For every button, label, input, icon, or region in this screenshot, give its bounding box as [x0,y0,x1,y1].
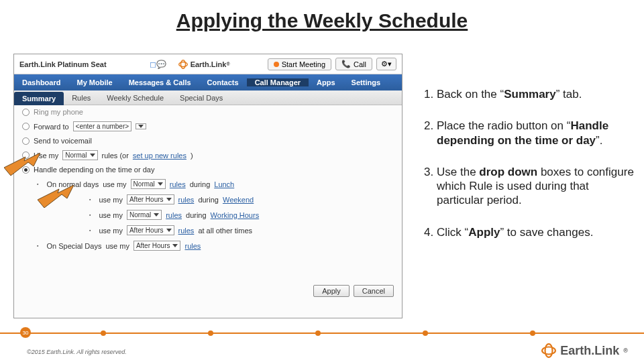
tab-apps[interactable]: Apps [309,78,343,86]
cancel-button[interactable]: Cancel [354,285,394,297]
opt-handle-label: Handle depending on the time or day [34,166,154,174]
radio-voicemail[interactable] [22,137,30,145]
apply-button[interactable]: Apply [313,285,350,297]
page-number: 30 [20,327,31,338]
instruction-step: Back on the “Summary” tab. [437,87,634,101]
chevron-down-icon [90,154,95,157]
rule-select-2[interactable]: After Hours [127,194,174,204]
rule-select-3[interactable]: Normal [127,210,162,220]
svg-marker-3 [38,185,74,208]
meeting-icon [274,62,279,67]
subtab-special-days[interactable]: Special Days [172,94,231,102]
rules-link[interactable]: rules [184,242,201,250]
rules-link[interactable]: rules [166,211,182,219]
seat-label: Earth.Link Platinum Seat [14,60,112,68]
instruction-step: Use the drop down boxes to configure whi… [437,165,634,208]
radio-ring[interactable] [22,109,30,116]
chevron-down-icon [172,244,178,247]
help-icon[interactable]: ◻💬 [150,60,166,69]
forward-number-dropdown[interactable] [136,123,146,129]
chevron-down-icon [154,213,159,217]
period-link-lunch[interactable]: Lunch [214,180,234,188]
forward-number-input[interactable]: <enter a number> [73,121,132,131]
phone-icon: 📞 [341,60,351,68]
rules-link[interactable]: rules [170,180,186,188]
rules-link[interactable]: rules [178,196,195,204]
tab-settings[interactable]: Settings [343,78,388,86]
svg-marker-2 [4,153,40,176]
call-button[interactable]: 📞Call [335,58,372,70]
tab-messages-calls[interactable]: Messages & Calls [121,78,199,86]
callout-arrow-radio [4,153,40,176]
rule-select-1[interactable]: Normal [131,179,166,189]
radio-forward[interactable] [22,123,30,130]
footer-divider [0,333,644,334]
opt-ring-label: Ring my phone [34,108,83,116]
slide-title: Applying the Weekly Schedule [0,0,644,32]
chevron-down-icon [166,229,172,232]
callout-arrow-dropdown [38,185,74,208]
chevron-down-icon [166,198,172,201]
copyright: ©2015 Earth.Link. All rights reserved. [27,349,127,355]
opt-forward-label: Forward to [34,123,69,131]
footer-logo: Earth.Link® [541,343,628,358]
start-meeting-button[interactable]: Start Meeting [268,58,331,70]
tab-call-manager[interactable]: Call Manager [247,78,309,86]
instruction-step: Place the radio button on “Handle depend… [437,119,634,147]
subtab-weekly-schedule[interactable]: Weekly Schedule [99,94,172,102]
brand-logo: Earth.Link® [178,60,230,69]
chevron-down-icon [138,125,144,128]
svg-point-4 [542,347,555,355]
rule-select-special[interactable]: After Hours [133,241,181,251]
tab-dashboard[interactable]: Dashboard [14,78,68,86]
subtab-summary[interactable]: Summary [14,92,64,105]
secondary-tabs: SummaryRulesWeekly ScheduleSpecial Days [14,90,402,105]
tab-contacts[interactable]: Contacts [199,78,247,86]
svg-point-1 [180,60,185,68]
app-header: Earth.Link Platinum Seat ◻💬 Earth.Link® … [14,54,402,74]
instruction-steps: Back on the “Summary” tab.Place the radi… [413,87,634,257]
period-link-weekend[interactable]: Weekend [223,196,254,204]
rule-select-4[interactable]: After Hours [127,225,174,235]
rules-text: rules (or [102,152,129,160]
svg-point-0 [178,62,187,66]
period-link-working[interactable]: Working Hours [211,211,260,219]
subtab-rules[interactable]: Rules [64,94,99,102]
setup-rules-link[interactable]: set up new rules [133,152,186,160]
svg-point-5 [545,344,553,357]
tab-my-mobile[interactable]: My Mobile [68,78,120,86]
instruction-step: Click “Apply” to save changes. [437,225,634,239]
usemy-select[interactable]: Normal [62,150,97,160]
rules-link[interactable]: rules [178,227,195,235]
settings-menu-button[interactable]: ⚙▾ [376,58,396,70]
opt-voicemail-label: Send to voicemail [34,137,92,145]
primary-tabs: DashboardMy MobileMessages & CallsContac… [14,74,402,90]
chevron-down-icon [158,182,163,186]
